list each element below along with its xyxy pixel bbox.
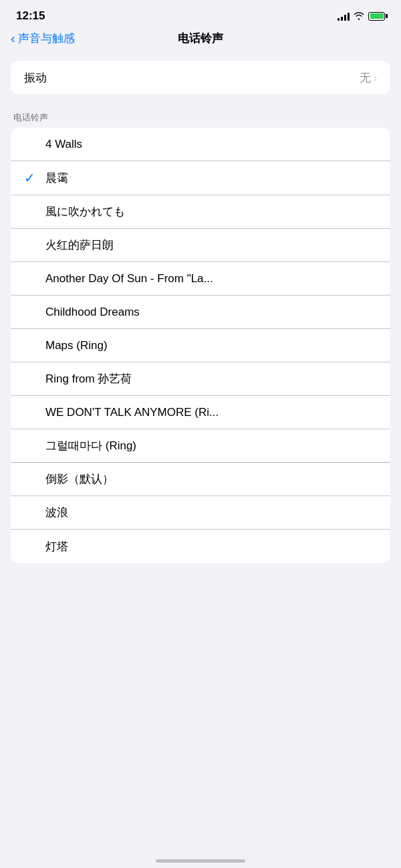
status-bar: 12:15 xyxy=(0,0,401,28)
ringtone-section: 电话铃声 4 Walls✓晨霭風に吹かれても火红的萨日朗Another Day … xyxy=(0,108,401,563)
ringtone-name: 倒影（默认） xyxy=(45,471,377,487)
ringtone-name: Ring from 孙艺荷 xyxy=(45,371,377,387)
back-button[interactable]: ‹ 声音与触感 xyxy=(11,31,75,46)
ringtone-name: 火红的萨日朗 xyxy=(45,237,377,253)
status-time: 12:15 xyxy=(16,9,45,23)
ringtone-name: 灯塔 xyxy=(45,539,377,554)
ringtone-name: 4 Walls xyxy=(45,138,377,151)
list-item[interactable]: ✓晨霭 xyxy=(11,161,390,195)
list-item[interactable]: 倒影（默认） xyxy=(11,463,390,496)
vibration-label: 振动 xyxy=(24,70,360,86)
list-item[interactable]: 波浪 xyxy=(11,496,390,530)
list-item[interactable]: 灯塔 xyxy=(11,530,390,563)
section-label: 电话铃声 xyxy=(0,108,401,128)
ringtone-name: 風に吹かれても xyxy=(45,204,377,219)
list-item[interactable]: Ring from 孙艺荷 xyxy=(11,362,390,396)
wifi-icon xyxy=(354,11,364,22)
chevron-left-icon: ‹ xyxy=(11,31,15,45)
battery-icon xyxy=(368,12,385,21)
chevron-right-icon: › xyxy=(374,72,377,84)
ringtone-name: WE DON'T TALK ANYMORE (Ri... xyxy=(45,406,377,419)
ringtone-name: 그럴때마다 (Ring) xyxy=(45,438,377,453)
vibration-value: 无 xyxy=(360,70,371,86)
signal-icon xyxy=(338,11,350,21)
nav-bar: ‹ 声音与触感 电话铃声 xyxy=(0,28,401,54)
list-item[interactable]: WE DON'T TALK ANYMORE (Ri... xyxy=(11,396,390,429)
status-icons xyxy=(338,11,385,22)
ringtone-name: Childhood Dreams xyxy=(45,306,377,319)
checkmark-icon: ✓ xyxy=(24,170,43,186)
list-item[interactable]: Maps (Ring) xyxy=(11,329,390,362)
ringtone-name: Another Day Of Sun - From "La... xyxy=(45,272,377,286)
home-indicator xyxy=(156,859,245,863)
ringtone-name: Maps (Ring) xyxy=(45,339,377,352)
list-item[interactable]: 火红的萨日朗 xyxy=(11,229,390,262)
page-title: 电话铃声 xyxy=(178,31,223,46)
list-item[interactable]: 그럴때마다 (Ring) xyxy=(11,429,390,463)
back-label: 声音与触感 xyxy=(18,31,75,46)
vibration-value-container: 无 › xyxy=(360,70,377,86)
vibration-card: 振动 无 › xyxy=(11,61,390,94)
list-item[interactable]: 4 Walls xyxy=(11,128,390,161)
ringtone-name: 晨霭 xyxy=(45,171,377,186)
list-item[interactable]: 風に吹かれても xyxy=(11,195,390,229)
ringtone-list: 4 Walls✓晨霭風に吹かれても火红的萨日朗Another Day Of Su… xyxy=(11,128,390,563)
list-item[interactable]: Another Day Of Sun - From "La... xyxy=(11,262,390,296)
vibration-row[interactable]: 振动 无 › xyxy=(11,61,390,94)
list-item[interactable]: Childhood Dreams xyxy=(11,296,390,329)
ringtone-name: 波浪 xyxy=(45,505,377,520)
